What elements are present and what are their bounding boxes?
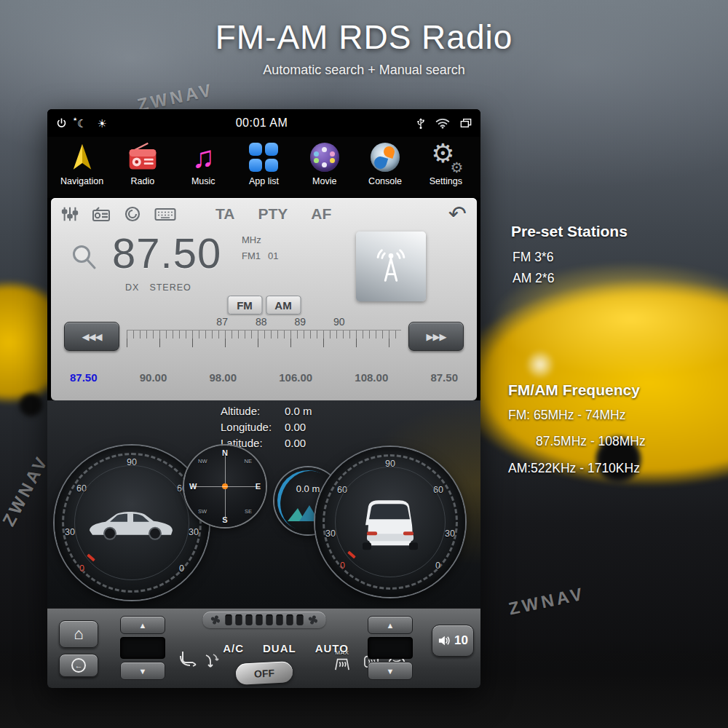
radio-toolbar: TA PTY AF ↶	[51, 201, 477, 227]
equalizer-icon[interactable]	[61, 205, 79, 223]
dock-item-radio[interactable]: Radio	[116, 140, 170, 186]
boombox-icon[interactable]	[92, 206, 111, 222]
wifi-icon	[435, 118, 450, 129]
dock-item-app-list[interactable]: App list	[237, 140, 290, 186]
annotation-freq-fm1: FM: 65MHz - 74MHz	[508, 408, 625, 423]
dock-item-console[interactable]: Console	[358, 140, 412, 186]
dx-stereo-flags: DXSTEREO	[125, 282, 191, 293]
clock: 00:01 AM	[107, 116, 416, 130]
preset-station[interactable]: 87.50	[430, 371, 458, 384]
scale-number: 89	[295, 316, 306, 328]
climate-off-button[interactable]: OFF	[235, 661, 293, 685]
dock-item-movie[interactable]: Movie	[298, 140, 352, 186]
page-title: FM-AM RDS Radio	[0, 17, 728, 57]
head-unit-screen: ☾★ ☀ 00:01 AM Navigation Radio ♫ Music A…	[47, 109, 480, 688]
scale-number: 87	[216, 316, 228, 328]
frequency-value: 87.50	[112, 229, 221, 277]
annotation-freq-fm2: 87.5MHz - 108MHz	[536, 434, 646, 449]
volume-level: 10	[454, 633, 468, 648]
radio-panel: TA PTY AF ↶ 87.50 MHz FM101 DXSTEREO FM …	[51, 198, 477, 400]
fan-speed-strip[interactable]	[202, 612, 325, 628]
seek-up-button[interactable]: ▶▶▶	[408, 322, 464, 351]
footwell-vent-icon[interactable]	[203, 652, 221, 673]
tick-marks	[127, 330, 401, 347]
temp-up-button[interactable]: ▲	[120, 616, 165, 634]
preset-station[interactable]: 108.00	[355, 371, 388, 384]
compass-widget: N S E W NE NW SE SW	[184, 446, 266, 527]
console-swirl-icon	[371, 143, 400, 172]
temp-down-button[interactable]: ▼	[368, 662, 413, 680]
speed-gauge-right: 0 30 60 90 60 30 0	[315, 447, 465, 597]
longitude-row: Longitude:0.00	[221, 419, 312, 435]
brightness-icon[interactable]: ☀	[97, 118, 106, 129]
search-tune-icon[interactable]	[68, 242, 100, 274]
home-button[interactable]: ⌂	[59, 620, 98, 648]
driver-temp-stepper: ▲ ▼	[120, 616, 165, 680]
tab-fm[interactable]: FM	[227, 296, 262, 314]
temp-down-button[interactable]: ▼	[120, 662, 165, 680]
dock-item-settings[interactable]: ⚙⚙ Settings	[419, 140, 472, 186]
back-icon[interactable]: ↶	[448, 203, 467, 225]
status-bar: ☾★ ☀ 00:01 AM	[47, 109, 480, 137]
band-memory: FM101	[242, 250, 278, 261]
ta-button[interactable]: TA	[215, 205, 234, 223]
gps-telemetry: Altitude:0.0 m Longitude:0.00 Latitude:0…	[221, 403, 312, 451]
seat-vent-icon[interactable]	[178, 649, 197, 671]
back-button[interactable]: ←	[59, 654, 98, 677]
navigation-arrow-icon	[67, 142, 98, 173]
windows-cascade-icon[interactable]	[460, 118, 472, 128]
music-note-icon: ♫	[191, 141, 215, 173]
annotation-freq-title: FM/AM Frequency	[508, 381, 640, 399]
front-defrost-icon[interactable]: MAX	[333, 649, 352, 674]
temp-display	[120, 637, 165, 659]
dock-item-music[interactable]: ♫ Music	[176, 140, 230, 186]
ac-indicator[interactable]: A/C	[223, 642, 244, 654]
temp-display	[368, 637, 413, 659]
movie-reel-icon	[310, 143, 339, 172]
preset-station[interactable]: 87.50	[70, 371, 98, 384]
annotation-preset-fm: FM 3*6	[513, 250, 553, 265]
usb-icon	[416, 116, 425, 130]
preset-station[interactable]: 90.00	[140, 371, 167, 384]
tab-am[interactable]: AM	[266, 296, 301, 314]
dock-item-navigation[interactable]: Navigation	[55, 140, 109, 186]
fan-icon	[209, 614, 221, 626]
app-dock: Navigation Radio ♫ Music App list Movie …	[47, 137, 480, 198]
gear-icon: ⚙⚙	[430, 141, 462, 173]
annotation-preset-title: Pre-set Stations	[511, 223, 628, 240]
preset-station[interactable]: 106.00	[279, 371, 312, 384]
keyboard-icon[interactable]	[154, 206, 176, 222]
seek-down-button[interactable]: ◀◀◀	[64, 322, 119, 351]
app-grid-icon	[249, 143, 278, 172]
af-button[interactable]: AF	[311, 205, 331, 223]
radio-app-icon	[127, 141, 159, 173]
volume-button[interactable]: 10	[432, 625, 474, 657]
dashboard-widgets: Altitude:0.0 m Longitude:0.00 Latitude:0…	[47, 400, 480, 608]
annotation-preset-am: AM 2*6	[513, 271, 554, 286]
dual-indicator[interactable]: DUAL	[263, 642, 296, 654]
preset-list: 87.50 90.00 98.00 106.00 108.00 87.50	[70, 371, 458, 384]
temp-up-button[interactable]: ▲	[368, 616, 413, 634]
power-icon[interactable]	[56, 118, 67, 129]
pty-button[interactable]: PTY	[258, 205, 288, 223]
climate-mode-labels: A/C DUAL AUTO	[223, 642, 349, 654]
back-arrow-icon: ←	[71, 658, 86, 673]
preset-station[interactable]: 98.00	[210, 371, 237, 384]
annotation-freq-am: AM:522KHz - 1710KHz	[508, 461, 640, 476]
climate-bar: ⌂ ← ▲ ▼ A/C DUAL AUTO OFF MAX ▲ ▼ 10	[47, 608, 480, 688]
speed-gauge-left: 0 30 60 90 60 30 0	[55, 446, 209, 600]
page-subtitle: Automatic search + Manual search	[0, 63, 728, 78]
passenger-temp-stepper: ▲ ▼	[368, 616, 413, 680]
compass-center-dot	[222, 483, 228, 489]
night-mode-icon[interactable]: ☾★	[77, 118, 87, 129]
tuning-scale[interactable]: 87 88 89 90	[127, 316, 401, 347]
speaker-icon	[438, 635, 451, 646]
broadcast-tile	[356, 232, 426, 301]
altitude-row: Altitude:0.0 m	[221, 403, 312, 419]
tuner-spiral-icon[interactable]	[124, 205, 141, 223]
frequency-unit: MHz	[242, 234, 261, 245]
antenna-broadcast-icon	[368, 244, 414, 289]
sedan-side-icon	[85, 507, 178, 541]
band-tabs: FM AM	[227, 296, 301, 314]
fan-icon	[306, 614, 319, 626]
